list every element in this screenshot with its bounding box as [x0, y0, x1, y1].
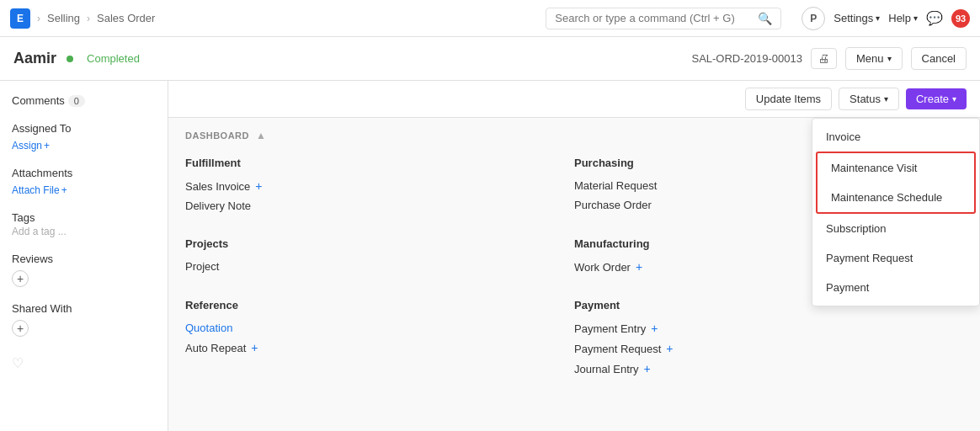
delivery-note-label: Delivery Note	[185, 200, 251, 212]
cancel-button[interactable]: Cancel	[911, 47, 967, 70]
content: Update Items Status ▾ Create ▾ Invoice M…	[168, 81, 980, 431]
projects-section: Projects Project	[185, 229, 574, 290]
create-dropdown-button[interactable]: Create ▾	[906, 88, 967, 109]
menu-caret-icon: ▾	[887, 54, 892, 63]
comments-count: 0	[68, 95, 85, 107]
payment-request-item[interactable]: Payment Request +	[574, 338, 963, 359]
main-layout: Comments 0 Assigned To Assign + Attachme…	[0, 81, 980, 431]
dashboard-label: DASHBOARD	[185, 130, 249, 141]
assign-plus-icon: +	[44, 140, 50, 152]
project-item[interactable]: Project	[185, 257, 574, 276]
chat-icon[interactable]: 💬	[926, 10, 943, 26]
sub-header-right: SAL-ORD-2019-00013 🖨 Menu ▾ Cancel	[691, 47, 967, 70]
auto-repeat-item[interactable]: Auto Repeat +	[185, 338, 574, 358]
payment-request-add-icon[interactable]: +	[666, 342, 673, 355]
search-icon: 🔍	[758, 12, 772, 25]
menu-button[interactable]: Menu ▾	[845, 47, 903, 70]
top-nav: E › Selling › Sales Order 🔍 P Settings ▾…	[0, 0, 980, 37]
doc-id: SAL-ORD-2019-00013	[691, 52, 802, 65]
journal-entry-label: Journal Entry	[574, 363, 639, 375]
search-input[interactable]	[555, 12, 753, 24]
create-dropdown-menu: Invoice Maintenance Visit Maintenance Sc…	[812, 118, 980, 306]
sales-invoice-label: Sales Invoice	[185, 180, 250, 193]
tags-label: Tags	[12, 211, 156, 224]
sub-header: Aamir Completed SAL-ORD-2019-00013 🖨 Men…	[0, 37, 980, 81]
work-order-add-icon[interactable]: +	[636, 260, 642, 274]
help-caret-icon: ▾	[913, 13, 918, 23]
sidebar-attachments-section: Attachments Attach File +	[12, 167, 156, 196]
create-caret-icon: ▾	[952, 94, 956, 104]
add-tag-placeholder[interactable]: Add a tag ...	[12, 226, 156, 237]
breadcrumb-sep-2: ›	[87, 13, 90, 24]
add-review-button[interactable]: +	[12, 270, 29, 287]
menu-item-subscription[interactable]: Subscription	[812, 214, 979, 243]
payment-entry-add-icon[interactable]: +	[651, 322, 658, 335]
status-dot-icon	[67, 56, 73, 62]
print-button[interactable]: 🖨	[811, 48, 837, 69]
menu-item-maintenance-visit[interactable]: Maintenance Visit	[818, 153, 974, 183]
breadcrumb-sales-order[interactable]: Sales Order	[97, 12, 155, 24]
quotation-item[interactable]: Quotation	[185, 318, 574, 338]
content-toolbar: Update Items Status ▾ Create ▾ Invoice M…	[168, 81, 980, 118]
auto-repeat-add-icon[interactable]: +	[251, 341, 258, 354]
sales-invoice-item[interactable]: Sales Invoice +	[185, 176, 574, 196]
doc-title: Aamir	[13, 50, 56, 67]
sidebar-shared-section: Shared With +	[12, 302, 156, 337]
payment-request-label: Payment Request	[574, 343, 661, 355]
add-shared-button[interactable]: +	[12, 320, 29, 337]
auto-repeat-label: Auto Repeat	[185, 342, 246, 354]
sidebar-reviews-section: Reviews +	[12, 253, 156, 287]
avatar[interactable]: P	[802, 7, 825, 30]
delivery-note-item[interactable]: Delivery Note	[185, 196, 574, 216]
reviews-label: Reviews	[12, 253, 156, 265]
journal-entry-item[interactable]: Journal Entry +	[574, 359, 963, 379]
notification-badge[interactable]: 93	[951, 9, 970, 28]
sales-invoice-add-icon[interactable]: +	[255, 179, 262, 193]
assigned-to-label: Assigned To	[12, 122, 156, 135]
sidebar-tags-section: Tags Add a tag ...	[12, 211, 156, 237]
attach-file-action[interactable]: Attach File +	[12, 184, 156, 196]
journal-entry-add-icon[interactable]: +	[644, 362, 651, 375]
project-label: Project	[185, 260, 219, 273]
sidebar-comments-section: Comments 0	[12, 94, 156, 107]
collapse-arrow-icon[interactable]: ▲	[256, 130, 266, 141]
sidebar: Comments 0 Assigned To Assign + Attachme…	[0, 81, 168, 431]
attach-plus-icon: +	[61, 184, 67, 196]
quotation-link[interactable]: Quotation	[185, 322, 232, 334]
menu-item-invoice[interactable]: Invoice	[812, 122, 979, 152]
fulfillment-section: Fulfillment Sales Invoice + Delivery Not…	[185, 148, 574, 229]
search-bar[interactable]: 🔍	[546, 8, 781, 29]
help-button[interactable]: Help ▾	[888, 12, 918, 24]
menu-item-payment[interactable]: Payment	[812, 273, 979, 302]
app-icon[interactable]: E	[10, 8, 30, 29]
reference-title: Reference	[185, 299, 574, 311]
update-items-button[interactable]: Update Items	[745, 88, 832, 110]
payment-entry-label: Payment Entry	[574, 322, 646, 335]
status-label: Completed	[87, 52, 140, 65]
menu-item-maintenance-schedule[interactable]: Maintenance Schedule	[818, 183, 974, 212]
fulfillment-title: Fulfillment	[185, 157, 574, 169]
assign-action[interactable]: Assign +	[12, 140, 156, 152]
menu-item-payment-request[interactable]: Payment Request	[812, 243, 979, 273]
nav-right: P Settings ▾ Help ▾ 💬 93	[802, 7, 970, 30]
payment-entry-item[interactable]: Payment Entry +	[574, 318, 963, 338]
status-caret-icon: ▾	[884, 94, 888, 104]
material-request-label: Material Request	[574, 179, 657, 192]
shared-with-label: Shared With	[12, 302, 156, 315]
status-dropdown-button[interactable]: Status ▾	[839, 88, 899, 110]
heart-icon[interactable]: ♡	[12, 355, 156, 371]
projects-title: Projects	[185, 237, 574, 250]
settings-caret-icon: ▾	[876, 13, 880, 23]
settings-button[interactable]: Settings ▾	[834, 12, 880, 24]
breadcrumb-selling[interactable]: Selling	[47, 12, 80, 24]
reference-section: Reference Quotation Auto Repeat +	[185, 290, 574, 392]
sidebar-assigned-section: Assigned To Assign +	[12, 122, 156, 152]
comments-label: Comments	[12, 94, 65, 107]
purchase-order-label: Purchase Order	[574, 199, 652, 211]
breadcrumb-sep-1: ›	[37, 13, 40, 24]
attachments-label: Attachments	[12, 167, 156, 179]
work-order-label: Work Order	[574, 261, 631, 274]
